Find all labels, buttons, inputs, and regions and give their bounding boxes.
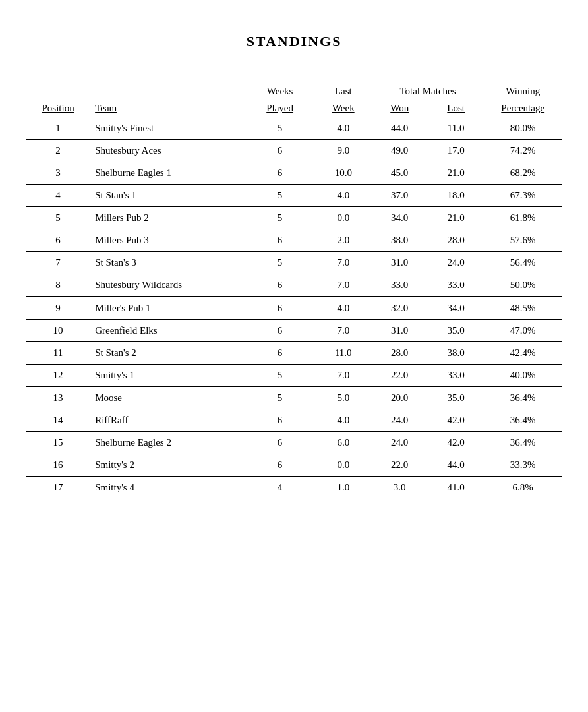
cell-position: 16 (26, 454, 90, 477)
cell-team: Shelburne Eagles 1 (90, 162, 245, 185)
table-row: 11St Stan's 2611.028.038.042.4% (26, 342, 562, 365)
standings-table: Weeks Last Total Matches Winning Positio… (26, 83, 562, 498)
cell-pct: 33.3% (484, 454, 562, 477)
cell-position: 12 (26, 365, 90, 387)
cell-pct: 48.5% (484, 297, 562, 320)
cell-lost: 24.0 (428, 252, 484, 274)
cell-team: RiffRaff (90, 409, 245, 432)
table-row: 15Shelburne Eagles 266.024.042.036.4% (26, 432, 562, 454)
cell-team: Shelburne Eagles 2 (90, 432, 245, 454)
cell-weeks: 5 (245, 117, 315, 140)
header-position-spacer (26, 83, 90, 100)
cell-position: 17 (26, 477, 90, 499)
cell-pct: 36.4% (484, 432, 562, 454)
cell-pct: 56.4% (484, 252, 562, 274)
cell-lastweek: 11.0 (315, 342, 371, 365)
cell-pct: 6.8% (484, 477, 562, 499)
cell-position: 1 (26, 117, 90, 140)
page-title: STANDINGS (26, 33, 562, 50)
cell-position: 11 (26, 342, 90, 365)
cell-pct: 50.0% (484, 274, 562, 297)
cell-team: St Stan's 3 (90, 252, 245, 274)
cell-position: 4 (26, 185, 90, 207)
cell-lastweek: 1.0 (315, 477, 371, 499)
header-lastweek-label: Last (315, 83, 371, 100)
cell-weeks: 5 (245, 185, 315, 207)
cell-won: 45.0 (372, 162, 428, 185)
cell-lost: 34.0 (428, 297, 484, 320)
cell-lost: 44.0 (428, 454, 484, 477)
table-row: 13Moose55.020.035.036.4% (26, 387, 562, 409)
cell-lost: 42.0 (428, 432, 484, 454)
cell-team: Millers Pub 3 (90, 229, 245, 252)
cell-won: 20.0 (372, 387, 428, 409)
cell-lastweek: 6.0 (315, 432, 371, 454)
cell-lost: 28.0 (428, 229, 484, 252)
cell-position: 6 (26, 229, 90, 252)
cell-lost: 33.0 (428, 365, 484, 387)
cell-weeks: 5 (245, 387, 315, 409)
cell-lost: 21.0 (428, 207, 484, 229)
header-position: Position (26, 100, 90, 117)
cell-position: 8 (26, 274, 90, 297)
table-row: 7St Stan's 357.031.024.056.4% (26, 252, 562, 274)
cell-lastweek: 4.0 (315, 117, 371, 140)
cell-lastweek: 4.0 (315, 185, 371, 207)
table-row: 3Shelburne Eagles 1610.045.021.068.2% (26, 162, 562, 185)
cell-lastweek: 4.0 (315, 297, 371, 320)
cell-weeks: 6 (245, 297, 315, 320)
cell-position: 15 (26, 432, 90, 454)
cell-lastweek: 7.0 (315, 320, 371, 342)
cell-team: Moose (90, 387, 245, 409)
cell-weeks: 6 (245, 342, 315, 365)
cell-team: Shutesbury Aces (90, 140, 245, 162)
cell-weeks: 5 (245, 252, 315, 274)
cell-position: 13 (26, 387, 90, 409)
table-row: 16Smitty's 260.022.044.033.3% (26, 454, 562, 477)
table-row: 1Smitty's Finest54.044.011.080.0% (26, 117, 562, 140)
cell-lastweek: 7.0 (315, 365, 371, 387)
cell-lastweek: 7.0 (315, 274, 371, 297)
cell-team: Shutesbury Wildcards (90, 274, 245, 297)
cell-team: Greenfield Elks (90, 320, 245, 342)
table-row: 5Millers Pub 250.034.021.061.8% (26, 207, 562, 229)
cell-won: 31.0 (372, 252, 428, 274)
cell-lost: 18.0 (428, 185, 484, 207)
cell-won: 22.0 (372, 365, 428, 387)
cell-position: 5 (26, 207, 90, 229)
header-weeks-label: Weeks (245, 83, 315, 100)
table-row: 14RiffRaff64.024.042.036.4% (26, 409, 562, 432)
cell-won: 28.0 (372, 342, 428, 365)
cell-pct: 61.8% (484, 207, 562, 229)
cell-lastweek: 5.0 (315, 387, 371, 409)
cell-won: 32.0 (372, 297, 428, 320)
header-row-top: Weeks Last Total Matches Winning (26, 83, 562, 100)
cell-team: St Stan's 1 (90, 185, 245, 207)
table-row: 17Smitty's 441.03.041.06.8% (26, 477, 562, 499)
table-row: 2Shutesbury Aces69.049.017.074.2% (26, 140, 562, 162)
cell-won: 34.0 (372, 207, 428, 229)
cell-weeks: 6 (245, 432, 315, 454)
cell-team: Smitty's 4 (90, 477, 245, 499)
table-row: 10Greenfield Elks67.031.035.047.0% (26, 320, 562, 342)
table-row: 9Miller's Pub 164.032.034.048.5% (26, 297, 562, 320)
cell-weeks: 5 (245, 207, 315, 229)
cell-lastweek: 0.0 (315, 207, 371, 229)
cell-pct: 80.0% (484, 117, 562, 140)
cell-lastweek: 4.0 (315, 409, 371, 432)
cell-lost: 41.0 (428, 477, 484, 499)
cell-lost: 38.0 (428, 342, 484, 365)
table-row: 6Millers Pub 362.038.028.057.6% (26, 229, 562, 252)
cell-team: Millers Pub 2 (90, 207, 245, 229)
table-row: 4St Stan's 154.037.018.067.3% (26, 185, 562, 207)
cell-lastweek: 7.0 (315, 252, 371, 274)
header-lost: Lost (428, 100, 484, 117)
cell-position: 10 (26, 320, 90, 342)
header-winning-pct: Percentage (484, 100, 562, 117)
cell-lost: 17.0 (428, 140, 484, 162)
cell-position: 14 (26, 409, 90, 432)
cell-weeks: 6 (245, 454, 315, 477)
cell-weeks: 6 (245, 140, 315, 162)
cell-weeks: 6 (245, 320, 315, 342)
cell-won: 44.0 (372, 117, 428, 140)
